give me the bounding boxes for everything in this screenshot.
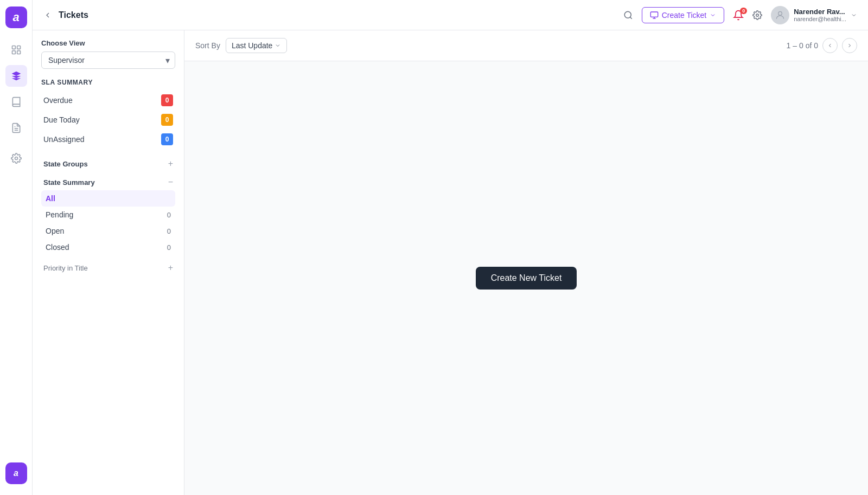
create-ticket-button[interactable]: Create Ticket	[642, 7, 724, 23]
sla-unassigned-badge: 0	[161, 133, 173, 145]
user-info[interactable]: Narender Rav... narender@healthi...	[771, 6, 857, 24]
svg-point-6	[15, 157, 17, 160]
state-open-label: Open	[46, 227, 64, 235]
priority-label: Priority in Title	[43, 264, 88, 272]
state-groups-label: State Groups	[43, 160, 88, 168]
avatar	[771, 6, 789, 24]
svg-point-7	[624, 11, 631, 18]
state-item-all[interactable]: All	[41, 190, 175, 207]
state-all-label: All	[46, 194, 55, 203]
content-area: Choose View Supervisor ▾ SLA Summary Ove…	[33, 30, 868, 495]
icon-nav: a a	[0, 0, 33, 495]
sort-by-label: Sort By	[195, 41, 220, 50]
state-item-pending[interactable]: Pending 0	[41, 207, 175, 223]
view-select[interactable]: Supervisor	[41, 52, 175, 69]
next-page-button[interactable]	[842, 38, 857, 53]
pagination-text: 1 – 0 of 0	[787, 41, 818, 50]
user-name: Narender Rav...	[794, 8, 846, 16]
sla-overdue-label: Overdue	[43, 96, 73, 105]
sla-overdue-badge: 0	[161, 94, 173, 106]
sort-select[interactable]: Last Update	[226, 38, 288, 53]
state-summary-section[interactable]: State Summary −	[41, 174, 175, 190]
state-pending-label: Pending	[46, 210, 73, 219]
app-logo[interactable]: a	[5, 7, 27, 28]
sidebar: Choose View Supervisor ▾ SLA Summary Ove…	[33, 30, 184, 495]
svg-line-8	[630, 17, 631, 18]
svg-rect-2	[12, 51, 15, 54]
svg-rect-9	[650, 12, 658, 17]
svg-rect-1	[17, 46, 20, 49]
nav-icon-book[interactable]	[5, 91, 27, 113]
choose-view-label: Choose View	[41, 39, 175, 47]
svg-rect-0	[12, 46, 15, 49]
priority-section[interactable]: Priority in Title +	[41, 260, 175, 276]
notifications-button[interactable]: 0	[733, 10, 744, 21]
header-actions: Create Ticket 0 Narender Rav... narender…	[623, 6, 857, 24]
toolbar: Sort By Last Update 1 – 0 of 0	[184, 30, 868, 61]
top-header: Tickets Create Ticket 0	[33, 0, 868, 30]
nav-icon-tickets[interactable]	[5, 65, 27, 87]
sla-unassigned[interactable]: UnAssigned 0	[41, 130, 175, 149]
prev-page-button[interactable]	[822, 38, 838, 53]
notification-badge: 0	[740, 8, 747, 14]
user-dropdown-icon	[851, 12, 857, 18]
sla-due-today-badge: 0	[161, 114, 173, 126]
state-groups-section[interactable]: State Groups +	[41, 156, 175, 172]
user-email: narender@healthi...	[794, 16, 846, 22]
nav-icon-document[interactable]	[5, 117, 27, 139]
state-pending-count: 0	[167, 211, 171, 219]
empty-area: Create New Ticket	[184, 61, 868, 495]
sla-summary-label: SLA Summary	[41, 79, 175, 86]
nav-icon-dashboard[interactable]	[5, 39, 27, 61]
back-button[interactable]	[43, 11, 52, 20]
search-button[interactable]	[623, 10, 633, 20]
sort-selected-value: Last Update	[232, 41, 273, 50]
priority-add-icon[interactable]: +	[168, 263, 173, 273]
app-bottom-logo[interactable]: a	[5, 462, 27, 484]
sla-due-today-label: Due Today	[43, 115, 80, 124]
state-item-open[interactable]: Open 0	[41, 223, 175, 239]
state-groups-add-icon[interactable]: +	[168, 159, 173, 169]
main-area: Tickets Create Ticket 0	[33, 0, 868, 495]
sla-overdue[interactable]: Overdue 0	[41, 91, 175, 110]
state-item-closed[interactable]: Closed 0	[41, 239, 175, 255]
svg-point-13	[778, 11, 782, 15]
state-summary-collapse-icon[interactable]: −	[168, 177, 173, 187]
state-open-count: 0	[167, 227, 171, 235]
nav-icon-settings[interactable]	[5, 147, 27, 169]
sla-due-today[interactable]: Due Today 0	[41, 110, 175, 130]
view-select-wrapper: Supervisor ▾	[41, 52, 175, 69]
main-content: Sort By Last Update 1 – 0 of 0	[184, 30, 868, 495]
state-closed-label: Closed	[46, 243, 69, 252]
pagination: 1 – 0 of 0	[787, 38, 857, 53]
page-title: Tickets	[59, 10, 617, 20]
state-closed-count: 0	[167, 243, 171, 252]
settings-button[interactable]	[752, 10, 762, 20]
sla-unassigned-label: UnAssigned	[43, 135, 85, 144]
sort-dropdown-icon	[275, 42, 281, 49]
create-new-ticket-button[interactable]: Create New Ticket	[476, 267, 577, 290]
svg-rect-3	[17, 51, 20, 54]
svg-point-12	[756, 14, 759, 16]
state-summary-label: State Summary	[43, 178, 95, 187]
sort-by-section: Sort By Last Update	[195, 38, 287, 53]
